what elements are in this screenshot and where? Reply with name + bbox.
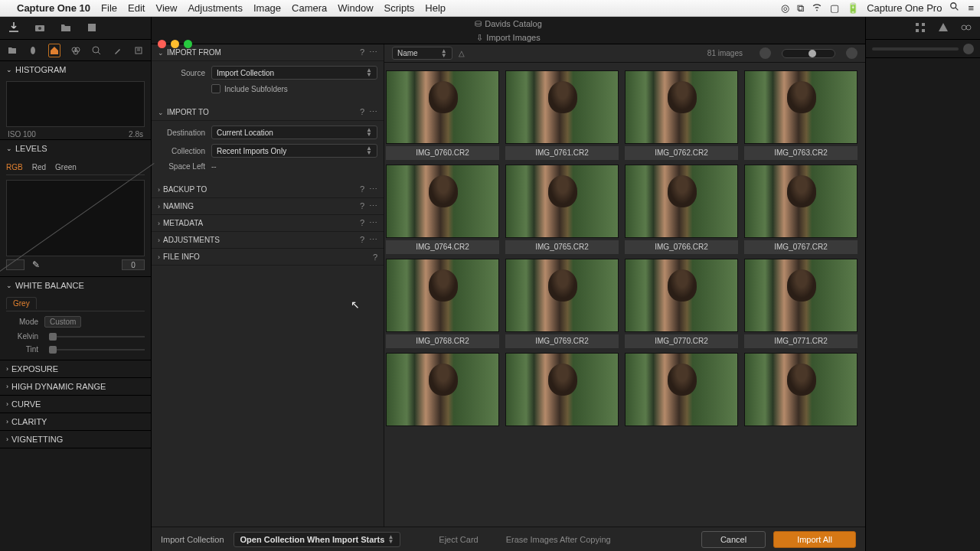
grid-icon[interactable] xyxy=(914,21,926,35)
kelvin-slider[interactable] xyxy=(49,336,145,337)
thumbnail-image[interactable] xyxy=(505,70,619,144)
rail-slider[interactable] xyxy=(872,47,959,51)
adjustments-header[interactable]: ›ADJUSTMENTS?⋯ xyxy=(152,232,384,249)
menu-scripts[interactable]: Scripts xyxy=(384,2,415,14)
thumbnail[interactable]: IMG_0762.CR2 xyxy=(625,70,738,160)
eject-card-option[interactable]: Eject Card xyxy=(433,533,484,546)
subfolders-checkbox[interactable] xyxy=(211,84,220,93)
wifi-icon[interactable] xyxy=(812,2,822,15)
capture-tab-icon[interactable] xyxy=(28,44,40,57)
collection-select[interactable]: Recent Imports Only▲▼ xyxy=(211,144,377,158)
menu-adjustments[interactable]: Adjustments xyxy=(188,2,243,14)
thumbnail[interactable]: IMG_0760.CR2 xyxy=(386,70,499,160)
meta-tab-icon[interactable] xyxy=(133,44,145,57)
levels-tab-rgb[interactable]: RGB xyxy=(6,163,23,171)
zoom-slider[interactable] xyxy=(782,49,835,58)
airplay-icon[interactable]: ▢ xyxy=(830,2,839,14)
help-icon[interactable]: ? xyxy=(360,47,364,57)
thumbnail-image[interactable] xyxy=(744,165,858,238)
vignetting-header[interactable]: ›VIGNETTING xyxy=(0,431,151,448)
curve-header[interactable]: ›CURVE xyxy=(0,396,151,412)
color-tab-icon[interactable] xyxy=(70,44,82,57)
loupe-tab-icon[interactable] xyxy=(91,44,103,57)
help-icon[interactable]: ? xyxy=(360,218,364,228)
thumbnail[interactable] xyxy=(505,353,619,426)
help-icon[interactable]: ? xyxy=(373,253,377,262)
menu-camera[interactable]: Camera xyxy=(292,2,327,14)
thumbnail-image[interactable] xyxy=(625,165,738,238)
backup-header[interactable]: ›BACKUP TO?⋯ xyxy=(152,181,384,198)
traffic-lights[interactable] xyxy=(158,40,192,48)
thumbnail-image[interactable] xyxy=(505,259,619,332)
thumbnail[interactable]: IMG_0765.CR2 xyxy=(505,165,619,254)
levels-header[interactable]: ⌄LEVELS xyxy=(0,140,151,157)
thumbnail-image[interactable] xyxy=(744,353,858,426)
thumbnail[interactable]: IMG_0770.CR2 xyxy=(625,259,738,348)
metadata-header[interactable]: ›METADATA?⋯ xyxy=(152,215,384,232)
thumbnail-image[interactable] xyxy=(625,353,738,426)
naming-header[interactable]: ›NAMING?⋯ xyxy=(152,198,384,215)
tint-slider[interactable] xyxy=(49,349,145,350)
app-name[interactable]: Capture One 10 xyxy=(17,2,90,14)
levels-tab-green[interactable]: Green xyxy=(55,163,77,171)
menu-view[interactable]: View xyxy=(155,2,177,14)
thumbnail[interactable] xyxy=(386,353,499,426)
close-icon[interactable] xyxy=(158,40,166,48)
battery-icon[interactable]: 🔋 xyxy=(847,2,859,14)
more-icon[interactable]: ⋯ xyxy=(369,184,377,194)
spotlight-icon[interactable] xyxy=(949,2,960,15)
export-icon[interactable] xyxy=(86,21,98,35)
minimize-icon[interactable] xyxy=(171,40,179,48)
cancel-button[interactable]: Cancel xyxy=(701,531,766,548)
wb-tab-grey[interactable]: Grey xyxy=(6,297,37,309)
import-icon[interactable] xyxy=(8,21,20,35)
more-icon[interactable]: ⋯ xyxy=(369,47,377,57)
hdr-header[interactable]: ›HIGH DYNAMIC RANGE xyxy=(0,378,151,395)
more-icon[interactable]: ⋯ xyxy=(369,201,377,211)
import-collection-select[interactable]: Open Collection When Import Starts▲▼ xyxy=(234,532,401,547)
histogram-header[interactable]: ⌄HISTOGRAM xyxy=(0,61,151,78)
more-icon[interactable]: ⋯ xyxy=(369,218,377,228)
erase-images-option[interactable]: Erase Images After Copying xyxy=(500,533,617,546)
source-select[interactable]: Import Collection▲▼ xyxy=(211,66,377,80)
clarity-header[interactable]: ›CLARITY xyxy=(0,413,151,430)
thumbnail-scroll[interactable]: IMG_0760.CR2IMG_0761.CR2IMG_0762.CR2IMG_… xyxy=(384,63,865,527)
folder-icon[interactable] xyxy=(60,21,72,35)
menu-window[interactable]: Window xyxy=(338,2,373,14)
thumbnail-image[interactable] xyxy=(625,70,738,144)
levels-tab-red[interactable]: Red xyxy=(32,163,46,171)
thumbnail-image[interactable] xyxy=(386,165,499,238)
menu-help[interactable]: Help xyxy=(425,2,446,14)
help-icon[interactable]: ? xyxy=(360,184,364,194)
thumbnail-image[interactable] xyxy=(386,70,499,144)
sort-dir-icon[interactable]: △ xyxy=(459,49,465,57)
thumbnail-image[interactable] xyxy=(744,70,858,144)
import-to-header[interactable]: ⌄IMPORT TO?⋯ xyxy=(152,104,384,121)
more-icon[interactable]: ⋯ xyxy=(369,235,377,245)
thumbnail-image[interactable] xyxy=(625,259,738,332)
cc-icon[interactable]: ◎ xyxy=(781,2,789,14)
thumbnail[interactable] xyxy=(744,353,858,426)
menu-file[interactable]: File xyxy=(101,2,117,14)
menu-list-icon[interactable]: ≡ xyxy=(968,2,974,14)
more-icon[interactable]: ⋯ xyxy=(369,107,377,117)
thumbnail[interactable]: IMG_0766.CR2 xyxy=(625,165,738,254)
levels-curve[interactable] xyxy=(6,180,145,256)
menu-edit[interactable]: Edit xyxy=(128,2,145,14)
dest-select[interactable]: Current Location▲▼ xyxy=(211,126,377,139)
help-icon[interactable]: ? xyxy=(360,107,364,117)
thumbnail[interactable]: IMG_0767.CR2 xyxy=(744,165,858,254)
picker-icon[interactable]: ✎ xyxy=(32,259,40,270)
thumbnail[interactable]: IMG_0768.CR2 xyxy=(386,259,499,348)
thumbnail-image[interactable] xyxy=(505,353,619,426)
house-tab-icon[interactable] xyxy=(48,44,60,57)
thumbnail-image[interactable] xyxy=(386,259,499,332)
avatar-icon[interactable] xyxy=(963,44,974,54)
menu-image[interactable]: Image xyxy=(253,2,281,14)
help-icon[interactable]: ? xyxy=(360,235,364,245)
warning-icon[interactable] xyxy=(937,21,949,35)
thumbnail-image[interactable] xyxy=(744,259,858,332)
brush-tab-icon[interactable] xyxy=(112,44,124,57)
wb-header[interactable]: ⌄WHITE BALANCE xyxy=(0,277,151,294)
help-icon[interactable]: ? xyxy=(360,201,364,211)
